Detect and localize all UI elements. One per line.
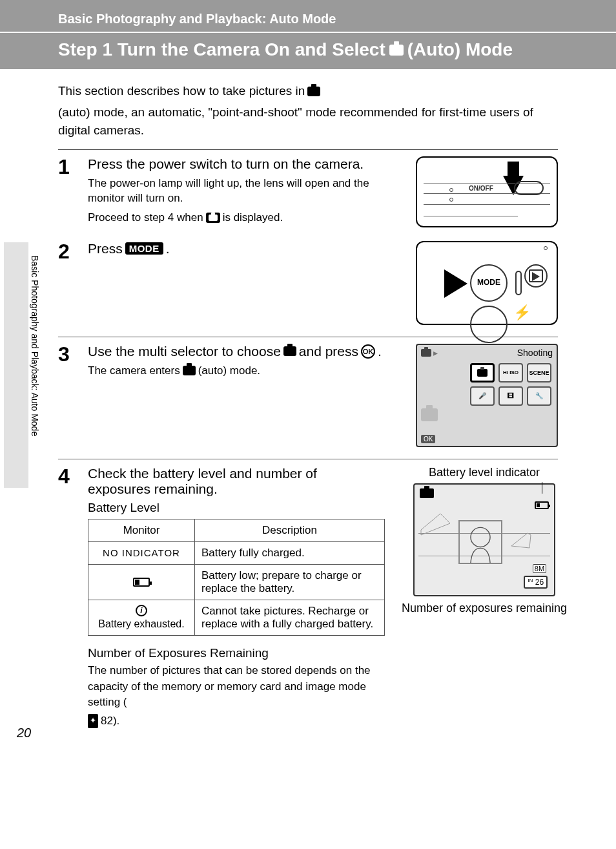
row1-desc: Battery fully charged. (195, 541, 385, 564)
camera-icon (420, 488, 434, 498)
battery-table: Monitor Description NO INDICATOR Battery… (88, 519, 385, 636)
divider (58, 459, 558, 459)
step-1-title: Press the power switch to turn on the ca… (88, 156, 404, 172)
exposures-note-post: 82). (101, 713, 119, 729)
flash-icon: ⚡ (513, 304, 531, 321)
svg-point-0 (471, 527, 490, 547)
battery-indicator-pointer (535, 488, 549, 509)
camera-icon (421, 349, 431, 357)
row3-desc: Cannot take pictures. Recharge or replac… (195, 600, 385, 635)
battery-low-icon (133, 578, 150, 587)
step-2-title-pre: Press (88, 241, 123, 257)
battery-icon (535, 501, 549, 509)
grid-scene-icon: SCENE (527, 363, 551, 383)
exposures-note: The number of pictures that can be store… (88, 663, 385, 729)
step-2-number: 2 (58, 241, 76, 325)
grid-movie-icon: 🎞 (498, 386, 523, 406)
mode-badge: MODE (125, 242, 163, 255)
setup-icon: ✦ (88, 714, 98, 728)
illustration-monitor: 8M IN 26 (413, 483, 555, 596)
intro-pre: This section describes how to take pictu… (58, 82, 305, 101)
intro-text: This section describes how to take pictu… (58, 82, 558, 140)
shooting-title: Shooting (517, 348, 553, 358)
section-header: Basic Photography and Playback: Auto Mod… (0, 0, 616, 33)
exposures-note-pre: The number of pictures that can be store… (88, 663, 385, 711)
intro-post: (auto) mode, an automatic, "point-and-sh… (58, 103, 558, 140)
camera-icon (307, 87, 320, 96)
step-3-sub-pre: The camera enters (88, 363, 180, 379)
exposures-caption: Number of exposures remaining (396, 602, 572, 615)
step-1-sub2: Proceed to step 4 when is displayed. (88, 210, 404, 225)
step-1-sub1: The power-on lamp will light up, the len… (88, 176, 404, 207)
th-description: Description (195, 519, 385, 541)
face-focus-box (458, 520, 502, 564)
step-1-sub2-post: is displayed. (223, 210, 283, 225)
sidebar-label: Basic Photography and Playback: Auto Mod… (30, 255, 40, 436)
camera-in-box-icon (206, 213, 220, 223)
th-monitor: Monitor (88, 519, 195, 541)
exposures-heading: Number of Exposures Remaining (88, 646, 385, 660)
row3-label: Battery exhausted. (98, 618, 184, 630)
step-1-sub2-pre: Proceed to step 4 when (88, 210, 203, 225)
camera-icon (283, 346, 296, 356)
row2-monitor (88, 564, 195, 600)
battery-level-heading: Battery Level (88, 501, 385, 515)
camera-icon (183, 366, 196, 375)
step-3-sub: The camera enters (auto) mode. (88, 363, 404, 379)
camera-ghost-icon (421, 408, 438, 421)
info-icon: i (136, 605, 147, 616)
step-3-title-post: . (378, 344, 382, 359)
row3-monitor: i Battery exhausted. (88, 600, 195, 635)
step-4: 4 Check the battery level and number of … (58, 466, 558, 729)
step-3-title: Use the multi selector to choose and pre… (88, 344, 404, 359)
grid-setup-icon: 🔧 (527, 386, 551, 406)
step-3-sub-post: (auto) mode. (198, 363, 260, 379)
page-title: Step 1 Turn the Camera On and Select (Au… (0, 33, 616, 69)
grid-voice-icon: 🎤 (470, 386, 495, 406)
step-3-number: 3 (58, 344, 76, 447)
row1-monitor: NO INDICATOR (88, 541, 195, 564)
illustration-power-switch: ON/OFF (416, 156, 558, 227)
page-title-post: (Auto) Mode (407, 39, 513, 60)
exposures-count: 26 (535, 578, 544, 587)
exposures-count-box: IN 26 (524, 576, 548, 589)
image-mode-badge: 8M (533, 564, 546, 573)
step-1-number: 1 (58, 156, 76, 229)
ok-label: OK (421, 435, 435, 443)
sidebar-tab (4, 242, 28, 488)
illustration-mode-button: MODE ⚡ (416, 241, 558, 325)
divider (58, 149, 558, 150)
onoff-label: ON/OFF (469, 185, 493, 192)
battery-caption: Battery level indicator (429, 466, 540, 479)
grid-camera-icon (470, 363, 495, 383)
page-number: 20 (17, 726, 31, 740)
in-label: IN (528, 578, 533, 583)
ok-badge: OK (361, 344, 375, 359)
step-4-number: 4 (58, 466, 76, 729)
row2-desc: Battery low; prepare to charge or replac… (195, 564, 385, 600)
step-2-title-post: . (166, 241, 170, 257)
step-3-title-pre: Use the multi selector to choose (88, 344, 281, 359)
step-3: 3 Use the multi selector to choose and p… (58, 344, 558, 447)
step-4-title: Check the battery level and number of ex… (88, 466, 365, 497)
grid-hi-iso-icon: Hi ISO (498, 363, 523, 383)
step-2-title: Press MODE . (88, 241, 404, 257)
mode-label-in-illus: MODE (477, 278, 500, 287)
camera-icon (389, 45, 404, 56)
step-2: 2 Press MODE . MODE ⚡ (58, 241, 558, 325)
illustration-shooting-menu: ▸ Shooting Hi ISO SCENE 🎤 🎞 🔧 OK (416, 344, 558, 447)
page-title-pre: Step 1 Turn the Camera On and Select (58, 39, 385, 60)
step-1: 1 Press the power switch to turn on the … (58, 156, 558, 229)
step-3-title-mid: and press (299, 344, 358, 359)
